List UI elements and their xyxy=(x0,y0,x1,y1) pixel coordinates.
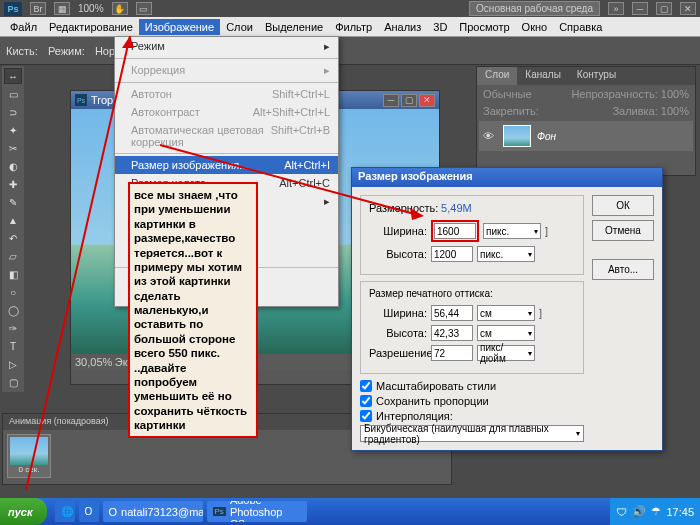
zoom-status[interactable]: 30,05% xyxy=(75,356,112,368)
blend-mode[interactable]: Обычные xyxy=(483,88,532,100)
menu-image[interactable]: Изображение xyxy=(139,19,220,35)
heal-tool-icon[interactable]: ✚ xyxy=(4,176,22,192)
grid-icon[interactable]: ▦ xyxy=(54,2,70,15)
gradient-tool-icon[interactable]: ◧ xyxy=(4,266,22,282)
shape-tool-icon[interactable]: ▢ xyxy=(4,374,22,390)
interpolation-select[interactable]: Бикубическая (наилучшая для плавных град… xyxy=(360,425,584,442)
height-input[interactable] xyxy=(431,246,473,262)
arrows-icon[interactable]: » xyxy=(608,2,624,15)
zoom-value[interactable]: 100% xyxy=(78,3,104,14)
tab-layers[interactable]: Слои xyxy=(477,67,517,85)
options-bar: Кисть: Режим: Нормальный Стиль: ► Цвет: xyxy=(0,37,700,65)
toolbox: ↔ ▭ ⊃ ✦ ✂ ◐ ✚ ✎ ▲ ↶ ▱ ◧ ○ ◯ ✑ T ▷ ▢ xyxy=(2,66,24,392)
link-icon[interactable]: ] xyxy=(545,225,548,237)
quick-launch-icon[interactable]: O xyxy=(79,501,99,522)
history-tool-icon[interactable]: ↶ xyxy=(4,230,22,246)
menu-view[interactable]: Просмотр xyxy=(453,19,515,35)
ps-logo: Ps xyxy=(4,2,22,16)
menu-autocontrast: АвтоконтрастAlt+Shift+Ctrl+L xyxy=(115,103,338,121)
scale-styles-check[interactable] xyxy=(360,380,372,392)
resolution-input[interactable] xyxy=(431,345,473,361)
menu-3d[interactable]: 3D xyxy=(427,19,453,35)
constrain-check[interactable] xyxy=(360,395,372,407)
frame-1[interactable]: 0 сек. xyxy=(7,434,51,478)
tray-icon[interactable]: 🛡 xyxy=(616,506,627,518)
menu-bar: Файл Редактирование Изображение Слои Выд… xyxy=(0,17,700,37)
type-tool-icon[interactable]: T xyxy=(4,338,22,354)
brush-label: Кисть: xyxy=(6,45,38,57)
resolution-unit[interactable]: пикс/дюйм xyxy=(477,345,535,361)
height-label: Высота: xyxy=(369,248,427,260)
menu-autocolor: Автоматическая цветовая коррекцияShift+C… xyxy=(115,121,338,151)
dodge-tool-icon[interactable]: ◯ xyxy=(4,302,22,318)
menu-file[interactable]: Файл xyxy=(4,19,43,35)
width-label: Ширина: xyxy=(369,225,427,237)
tutorial-note: все мы знаем ,что при уменьшении картинк… xyxy=(128,182,258,438)
width-unit[interactable]: пикс. xyxy=(483,223,541,239)
tab-paths[interactable]: Контуры xyxy=(569,67,624,85)
menu-analysis[interactable]: Анализ xyxy=(378,19,427,35)
cancel-button[interactable]: Отмена xyxy=(592,220,654,241)
menu-adjustments: Коррекция▸ xyxy=(115,61,338,80)
width-input[interactable] xyxy=(434,223,476,239)
blur-tool-icon[interactable]: ○ xyxy=(4,284,22,300)
clock: 17:45 xyxy=(666,506,694,518)
bridge-icon[interactable]: Br xyxy=(30,2,46,15)
pen-tool-icon[interactable]: ✑ xyxy=(4,320,22,336)
eraser-tool-icon[interactable]: ▱ xyxy=(4,248,22,264)
print-width-input[interactable] xyxy=(431,305,473,321)
menu-filter[interactable]: Фильтр xyxy=(329,19,378,35)
view-icon[interactable]: ▭ xyxy=(136,2,152,15)
print-height-unit[interactable]: см xyxy=(477,325,535,341)
tray-icon[interactable]: ☂ xyxy=(651,505,661,518)
resample-check[interactable] xyxy=(360,410,372,422)
menu-layer[interactable]: Слои xyxy=(220,19,259,35)
move-tool-icon[interactable]: ↔ xyxy=(4,68,22,84)
brush-tool-icon[interactable]: ✎ xyxy=(4,194,22,210)
lasso-tool-icon[interactable]: ⊃ xyxy=(4,104,22,120)
start-button[interactable]: пуск xyxy=(0,498,47,525)
close-icon[interactable]: ✕ xyxy=(680,2,696,15)
crop-tool-icon[interactable]: ✂ xyxy=(4,140,22,156)
stamp-tool-icon[interactable]: ▲ xyxy=(4,212,22,228)
menu-help[interactable]: Справка xyxy=(553,19,608,35)
link-icon[interactable]: ] xyxy=(539,307,542,319)
menu-mode[interactable]: Режим▸ xyxy=(115,37,338,56)
quick-launch-icon[interactable]: 🌐 xyxy=(55,501,75,522)
doc-min-icon[interactable]: ─ xyxy=(383,94,399,107)
minimize-icon[interactable]: ─ xyxy=(632,2,648,15)
eyedropper-tool-icon[interactable]: ◐ xyxy=(4,158,22,174)
wand-tool-icon[interactable]: ✦ xyxy=(4,122,22,138)
maximize-icon[interactable]: ▢ xyxy=(656,2,672,15)
layer-background[interactable]: 👁 Фон xyxy=(479,121,693,151)
ps-doc-icon: Ps xyxy=(75,94,87,106)
doc-max-icon[interactable]: ▢ xyxy=(401,94,417,107)
visibility-icon[interactable]: 👁 xyxy=(483,130,497,142)
auto-button[interactable]: Авто... xyxy=(592,259,654,280)
path-tool-icon[interactable]: ▷ xyxy=(4,356,22,372)
workspace-button[interactable]: Основная рабочая среда xyxy=(469,1,600,16)
marquee-tool-icon[interactable]: ▭ xyxy=(4,86,22,102)
menu-image-size[interactable]: Размер изображения...Alt+Ctrl+I xyxy=(115,156,338,174)
system-tray[interactable]: 🛡 🔊 ☂ 17:45 xyxy=(610,498,700,525)
layer-thumb xyxy=(503,125,531,147)
ok-button[interactable]: ОК xyxy=(592,195,654,216)
taskbar: пуск 🌐 O Onatali73123@mail.ru:... PsAdob… xyxy=(0,498,700,525)
menu-window[interactable]: Окно xyxy=(516,19,554,35)
task-photoshop[interactable]: PsAdobe Photoshop CS... xyxy=(207,501,307,522)
dialog-title[interactable]: Размер изображения xyxy=(352,168,662,187)
height-unit[interactable]: пикс. xyxy=(477,246,535,262)
doc-close-icon[interactable]: ✕ xyxy=(419,94,435,107)
menu-edit[interactable]: Редактирование xyxy=(43,19,139,35)
image-size-dialog: Размер изображения Размерность: 5,49M Ши… xyxy=(351,167,663,451)
tab-channels[interactable]: Каналы xyxy=(517,67,569,85)
tray-icon[interactable]: 🔊 xyxy=(632,505,646,518)
mode-label: Режим: xyxy=(48,45,85,57)
menu-select[interactable]: Выделение xyxy=(259,19,329,35)
print-width-unit[interactable]: см xyxy=(477,305,535,321)
print-height-input[interactable] xyxy=(431,325,473,341)
task-mail[interactable]: Onatali73123@mail.ru:... xyxy=(103,501,203,522)
menu-autotone: АвтотонShift+Ctrl+L xyxy=(115,85,338,103)
layers-panel: Слои Каналы Контуры Обычные Непрозрачнос… xyxy=(476,66,696,176)
hand-icon[interactable]: ✋ xyxy=(112,2,128,15)
